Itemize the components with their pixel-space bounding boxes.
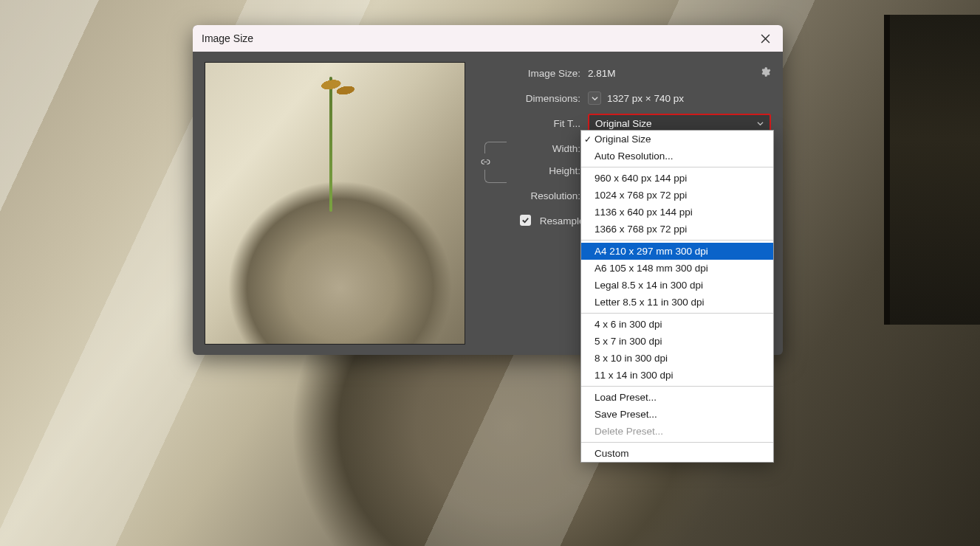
dropdown-item[interactable]: 8 x 10 in 300 dpi xyxy=(581,350,773,367)
dropdown-item[interactable]: 1366 x 768 px 72 ppi xyxy=(581,221,773,238)
dropdown-item[interactable]: Letter 8.5 x 11 in 300 dpi xyxy=(581,294,773,311)
dropdown-item[interactable]: A6 105 x 148 mm 300 dpi xyxy=(581,260,773,277)
dropdown-item[interactable]: Custom xyxy=(581,445,773,462)
resolution-label: Resolution: xyxy=(479,190,588,201)
dropdown-item[interactable]: Legal 8.5 x 14 in 300 dpi xyxy=(581,277,773,294)
check-icon xyxy=(521,216,530,224)
dropdown-item[interactable]: 5 x 7 in 300 dpi xyxy=(581,333,773,350)
dropdown-separator xyxy=(581,313,773,314)
dropdown-separator xyxy=(581,167,773,167)
dropdown-item[interactable]: Load Preset... xyxy=(581,389,773,406)
dropdown-item: Delete Preset... xyxy=(581,423,773,440)
fit-to-label: Fit T... xyxy=(479,118,588,129)
close-button[interactable] xyxy=(756,30,774,47)
resample-checkbox[interactable] xyxy=(520,215,531,226)
settings-button[interactable] xyxy=(760,66,771,80)
chevron-down-icon xyxy=(592,95,598,102)
dropdown-item[interactable]: 1136 x 640 px 144 ppi xyxy=(581,204,773,221)
dropdown-item[interactable]: 4 x 6 in 300 dpi xyxy=(581,316,773,333)
image-preview xyxy=(205,62,465,345)
dimensions-value: 1327 px × 740 px xyxy=(607,93,684,104)
dropdown-separator xyxy=(581,386,773,387)
dimensions-unit-dropdown[interactable] xyxy=(588,91,601,105)
dropdown-item[interactable]: Save Preset... xyxy=(581,406,773,423)
dialog-titlebar[interactable]: Image Size xyxy=(193,25,783,52)
dropdown-separator xyxy=(581,240,773,241)
constrain-proportions-toggle[interactable] xyxy=(477,153,493,170)
image-size-label: Image Size: xyxy=(479,68,588,79)
link-icon xyxy=(481,157,490,167)
background-window-shadow xyxy=(884,15,980,325)
dropdown-separator xyxy=(581,442,773,443)
dropdown-item[interactable]: 11 x 14 in 300 dpi xyxy=(581,367,773,384)
dropdown-item[interactable]: 1024 x 768 px 72 ppi xyxy=(581,187,773,204)
dropdown-item[interactable]: 960 x 640 px 144 ppi xyxy=(581,170,773,187)
gear-icon xyxy=(760,66,771,77)
fit-to-dropdown-list[interactable]: Original SizeAuto Resolution...960 x 640… xyxy=(580,130,774,463)
dropdown-item[interactable]: A4 210 x 297 mm 300 dpi xyxy=(581,243,773,260)
fit-to-value: Original Size xyxy=(595,118,652,129)
image-size-value: 2.81M xyxy=(588,68,616,79)
dialog-title: Image Size xyxy=(202,32,253,44)
dropdown-item[interactable]: Auto Resolution... xyxy=(581,148,773,165)
dropdown-item[interactable]: Original Size xyxy=(581,131,773,148)
close-icon xyxy=(761,34,770,44)
chevron-down-icon xyxy=(757,118,764,129)
dimensions-label: Dimensions: xyxy=(479,93,588,104)
